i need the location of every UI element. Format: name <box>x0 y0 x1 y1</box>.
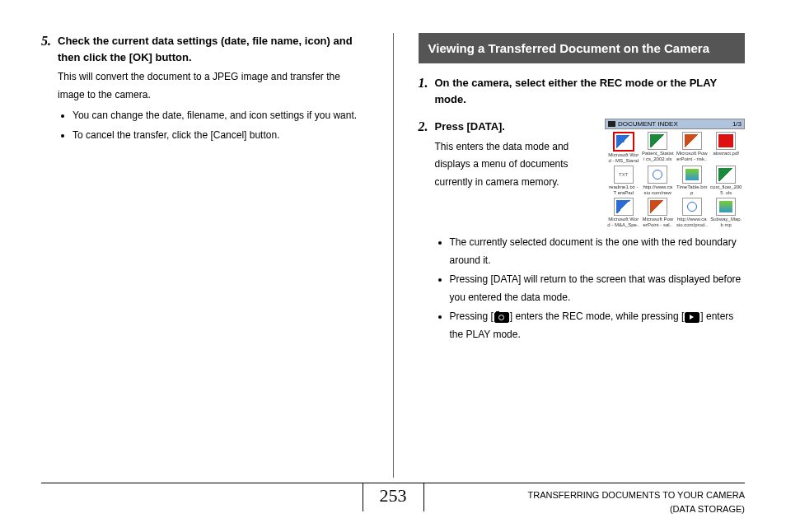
document-thumb: cost_flow_2005 .xls <box>710 166 743 196</box>
file-label: TimeTable.bmp <box>676 184 709 196</box>
screenshot-title: DOCUMENT INDEX <box>618 120 678 128</box>
section-header: Viewing a Transferred Document on the Ca… <box>419 33 746 63</box>
screenshot-page-indicator: 1/3 <box>732 120 742 128</box>
bullet-item: Pressing [] enters the REC mode, while p… <box>450 308 746 343</box>
bullet-item: Pressing [DATA] will return to the scree… <box>450 271 746 306</box>
file-icon <box>682 132 702 150</box>
document-thumb: Microsoft Pow erPoint - risk.. <box>676 132 709 164</box>
footer-right: TRANSFERRING DOCUMENTS TO YOUR CAMERA (D… <box>424 483 746 516</box>
step-body: Check the current data settings (date, f… <box>58 33 368 146</box>
file-icon <box>682 166 702 184</box>
screenshot-titlebar: DOCUMENT INDEX 1/3 <box>605 119 745 129</box>
bullet-item: The currently selected document is the o… <box>450 234 746 269</box>
document-thumb: readme1.txt - T eraPad <box>607 166 640 196</box>
file-icon <box>682 198 702 216</box>
document-thumb: TimeTable.bmp <box>676 166 709 196</box>
file-icon <box>648 132 667 150</box>
bullet-item: To cancel the transfer, click the [Cance… <box>73 127 368 145</box>
bullet-text: ] enters the REC mode, while pressing [ <box>510 310 684 322</box>
file-label: Microsoft Wor d - M&A_Spe.. <box>607 217 640 228</box>
file-icon <box>648 166 667 184</box>
left-column: 5. Check the current data settings (date… <box>41 33 368 478</box>
step-body: Press [DATA]. This enters the data mode … <box>435 119 746 346</box>
right-column: Viewing a Transferred Document on the Ca… <box>419 33 746 478</box>
file-label: Microsoft Pow erPoint - sal.. <box>642 217 675 228</box>
step-title: Press [DATA]. <box>435 119 597 135</box>
step-title: Check the current data settings (date, f… <box>58 33 368 65</box>
screenshot-grid: Microsoft Wor d - MS_StandPatient_Statis… <box>605 129 745 231</box>
file-label: Microsoft Pow erPoint - risk.. <box>676 151 709 162</box>
step-flex-row: Press [DATA]. This enters the data mode … <box>435 119 746 231</box>
file-icon <box>716 166 736 184</box>
step-5: 5. Check the current data settings (date… <box>41 33 368 146</box>
page-number: 253 <box>363 483 424 511</box>
file-label: readme1.txt - T eraPad <box>607 184 640 196</box>
camera-icon <box>494 312 509 323</box>
step-description: This enters the data mode and displays a… <box>435 138 597 192</box>
step-number: 5. <box>41 33 51 146</box>
step-body: On the camera, select either the REC mod… <box>435 75 746 110</box>
step-number: 1. <box>419 75 428 110</box>
bullet-item: You can change the date, filename, and i… <box>73 107 368 125</box>
document-thumb: Microsoft Wor d - MS_Stand <box>607 132 640 164</box>
step-bullets: You can change the date, filename, and i… <box>58 107 368 144</box>
document-thumb: Microsoft Pow erPoint - sal.. <box>642 198 675 228</box>
page-footer: 253 TRANSFERRING DOCUMENTS TO YOUR CAMER… <box>41 483 745 516</box>
file-label: Patient_Statisti cs_2002.xls <box>642 151 675 162</box>
file-icon <box>614 166 634 184</box>
step-number: 2. <box>419 119 428 346</box>
file-label: Microsoft Wor d - MS_Stand <box>607 152 640 164</box>
file-icon <box>613 132 634 152</box>
document-thumb: abstract.pdf <box>710 132 743 164</box>
camera-icon <box>608 121 615 127</box>
document-index-screenshot: DOCUMENT INDEX 1/3 Microsoft Wor d - MS_… <box>605 119 745 231</box>
bullet-text: Pressing [ <box>450 310 494 322</box>
page-content: 5. Check the current data settings (date… <box>0 0 786 478</box>
file-label: Subway_Map.b mp <box>710 217 743 228</box>
column-divider <box>393 33 394 478</box>
document-thumb: Patient_Statisti cs_2002.xls <box>642 132 675 164</box>
step-2: 2. Press [DATA]. This enters the data mo… <box>419 119 746 346</box>
document-thumb: http://www.ca sio.com/prod.. <box>676 198 709 228</box>
footer-line2: (DATA STORAGE) <box>424 502 746 516</box>
document-thumb: Subway_Map.b mp <box>710 198 743 228</box>
step-description: This will convert the document to a JPEG… <box>58 68 368 104</box>
step-text-wrap: Press [DATA]. This enters the data mode … <box>435 119 597 191</box>
play-icon <box>685 312 699 323</box>
file-label: abstract.pdf <box>710 151 743 162</box>
step-title: On the camera, select either the REC mod… <box>435 75 746 107</box>
file-label: http://www.ca sio.com/prod.. <box>676 217 709 228</box>
file-icon <box>716 198 736 216</box>
file-icon <box>716 132 736 150</box>
file-label: http://www.ca sio.com/news.. <box>642 184 675 196</box>
file-icon <box>648 198 667 216</box>
file-label: cost_flow_2005 .xls <box>710 184 743 196</box>
footer-line1: TRANSFERRING DOCUMENTS TO YOUR CAMERA <box>424 488 746 502</box>
document-thumb: Microsoft Wor d - M&A_Spe.. <box>607 198 640 228</box>
file-icon <box>614 198 634 216</box>
document-thumb: http://www.ca sio.com/news.. <box>642 166 675 196</box>
step-1: 1. On the camera, select either the REC … <box>419 75 746 110</box>
step-bullets: The currently selected document is the o… <box>435 234 746 344</box>
